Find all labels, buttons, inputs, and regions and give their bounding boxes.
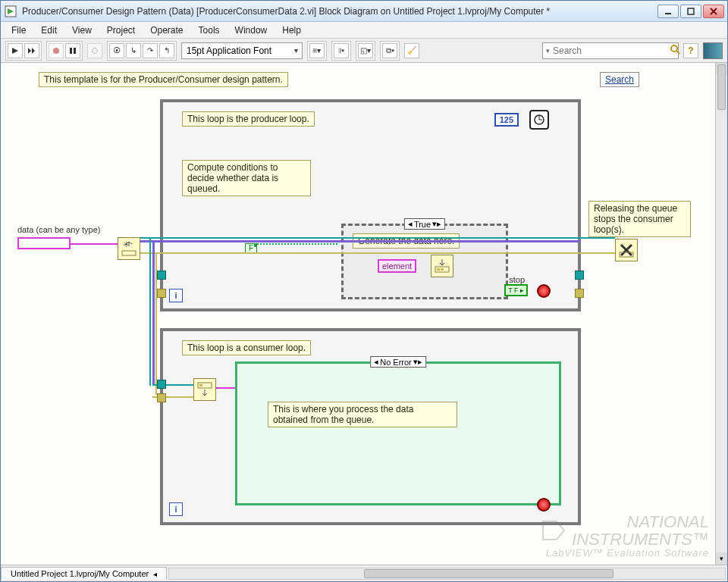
comment-release[interactable]: Releasing the queue stops the consumer l… (588, 201, 691, 237)
horizontal-scrollbar[interactable] (168, 568, 726, 580)
loop-stop-terminal[interactable] (537, 284, 551, 298)
window-title: Producer/Consumer Design Pattern (Data) … (22, 6, 657, 17)
comment-producer[interactable]: This loop is the producer loop. (182, 111, 315, 127)
scroll-down-button[interactable]: ▾ (716, 552, 727, 565)
reorder-button[interactable]: ⧉▾ (382, 43, 397, 58)
cleanup-button[interactable]: 🧹 (404, 43, 419, 58)
search-link[interactable]: Search (600, 72, 639, 87)
menu-project[interactable]: Project (101, 23, 141, 37)
titlebar[interactable]: Producer/Consumer Design Pattern (Data) … (1, 1, 727, 22)
hscroll-thumb[interactable] (364, 569, 614, 578)
step-over-button[interactable]: ↷ (143, 43, 158, 58)
timer-ms-constant[interactable]: 125 (494, 113, 519, 127)
svg-rect-15 (441, 268, 444, 271)
data-type-label: data (can be any type) (17, 225, 100, 234)
producer-tunnel-in-bot[interactable] (157, 289, 166, 298)
search-icon[interactable] (670, 44, 680, 57)
menu-tools[interactable]: Tools (193, 23, 226, 37)
comment-consumer[interactable]: This loop is a consumer loop. (182, 340, 311, 355)
abort-button[interactable] (49, 43, 64, 58)
minimize-button[interactable] (657, 5, 679, 18)
release-queue-node[interactable] (615, 239, 638, 261)
menu-help[interactable]: Help (276, 23, 307, 37)
menu-window[interactable]: Window (229, 23, 274, 37)
producer-tunnel-in-top[interactable] (157, 271, 166, 280)
element-terminal[interactable]: element (378, 259, 416, 273)
menu-operate[interactable]: Operate (144, 23, 189, 37)
highlight-exec-button[interactable] (87, 43, 102, 58)
align-button[interactable]: ≡▾ (309, 43, 325, 58)
svg-rect-5 (74, 48, 76, 54)
run-button[interactable] (8, 43, 23, 58)
wire-yellow-err (140, 252, 615, 254)
wire-yellow-drop (155, 252, 157, 395)
resize-button[interactable]: ◱▾ (358, 43, 373, 58)
vi-icon[interactable] (703, 42, 723, 59)
close-button[interactable] (703, 5, 724, 18)
producer-iteration-terminal[interactable]: i (169, 289, 183, 302)
svg-rect-20 (199, 384, 202, 386)
distribute-button[interactable]: ⫴▾ (334, 43, 349, 58)
wire-teal-drop (149, 237, 151, 386)
footer-bar: Untitled Project 1.lvproj/My Computer ◂ (1, 565, 727, 581)
obtain-queue-node[interactable]: ✳ (118, 237, 140, 260)
search-input[interactable] (553, 45, 667, 56)
data-type-control[interactable] (17, 237, 71, 249)
comment-template[interactable]: This template is for the Producer/Consum… (39, 72, 288, 87)
case-selector-noerror[interactable]: ◂ No Error ▾▸ (370, 356, 426, 368)
dequeue-element-node[interactable] (193, 378, 216, 401)
consumer-while-loop[interactable]: This loop is a consumer loop. ◂ No Error… (160, 328, 581, 525)
wait-ms-node[interactable] (529, 110, 549, 130)
abort-group (46, 41, 83, 61)
block-diagram-canvas[interactable]: This template is for the Producer/Consum… (1, 63, 715, 565)
comment-process[interactable]: This is where you process the data obtai… (268, 402, 457, 427)
stop-label: stop (509, 275, 525, 284)
debug-group: ⦿ ↳ ↷ ↰ (107, 41, 177, 61)
project-path-tab[interactable]: Untitled Project 1.lvproj/My Computer ◂ (1, 567, 167, 580)
svg-rect-2 (688, 8, 694, 14)
context-help-button[interactable]: ? (683, 43, 698, 58)
run-continuous-button[interactable] (24, 43, 39, 58)
case-selector-true[interactable]: ◂ True ▾▸ (404, 218, 445, 230)
step-out-button[interactable]: ↰ (159, 43, 174, 58)
producer-tunnel-out-top[interactable] (575, 271, 584, 280)
comment-compute[interactable]: Compute conditions to decide whether dat… (182, 160, 311, 196)
consumer-case-structure[interactable]: ◂ No Error ▾▸ This is where you process … (235, 361, 561, 505)
svg-text:✳: ✳ (123, 240, 129, 249)
chevron-left-icon[interactable]: ◂ (153, 570, 157, 578)
wire-teal-main (140, 237, 615, 239)
consumer-tunnel-in-top[interactable] (157, 380, 166, 389)
search-dropdown-icon[interactable]: ▾ (546, 47, 550, 55)
svg-rect-18 (122, 251, 136, 255)
svg-point-8 (671, 45, 677, 52)
producer-tunnel-out-bot[interactable] (575, 289, 584, 298)
app-icon (4, 5, 17, 18)
font-selector[interactable]: 15pt Application Font (181, 42, 303, 59)
consumer-iteration-terminal[interactable]: i (169, 502, 183, 516)
maximize-button[interactable] (680, 5, 701, 18)
run-group (5, 41, 42, 61)
wire-green-cond (254, 243, 337, 245)
producer-while-loop[interactable]: This loop is the producer loop. 125 Comp… (160, 99, 581, 311)
stop-control[interactable]: T F ▸ (504, 284, 528, 296)
toolbar-search[interactable]: ▾ (542, 42, 679, 59)
toolbar: ⦿ ↳ ↷ ↰ 15pt Application Font ≡▾ ⫴▾ ◱▾ ⧉… (1, 39, 727, 63)
menu-edit[interactable]: Edit (35, 23, 63, 37)
wire-pink-1 (71, 243, 118, 245)
consumer-stop-terminal[interactable] (537, 498, 551, 512)
vertical-scrollbar[interactable]: ▴ ▾ (715, 63, 727, 565)
menu-file[interactable]: File (5, 23, 32, 37)
wire-purple-main (140, 240, 580, 242)
retain-wire-button[interactable]: ⦿ (109, 43, 124, 58)
svg-rect-14 (437, 268, 440, 271)
app-window: Producer/Consumer Design Pattern (Data) … (0, 0, 728, 582)
producer-case-structure[interactable]: ◂ True ▾▸ Generate the data here. elemen… (341, 224, 508, 299)
consumer-tunnel-in-bot[interactable] (157, 393, 166, 402)
vscroll-thumb[interactable] (717, 64, 726, 110)
pause-button[interactable] (65, 43, 80, 58)
enqueue-element-node[interactable] (431, 255, 453, 277)
svg-line-9 (676, 51, 679, 54)
menu-view[interactable]: View (66, 23, 98, 37)
wire-purple-drop (152, 240, 155, 384)
step-into-button[interactable]: ↳ (126, 43, 141, 58)
